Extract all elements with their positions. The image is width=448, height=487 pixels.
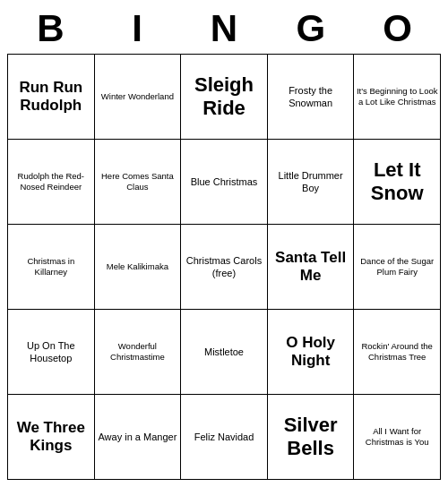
bingo-cell-text: Rudolph the Red-Nosed Reindeer <box>10 171 92 193</box>
bingo-letter: O <box>358 7 437 50</box>
bingo-cell: Let It Snow <box>354 140 441 225</box>
bingo-letter: I <box>98 7 177 50</box>
bingo-cell-text: Sleigh Ride <box>183 73 265 121</box>
bingo-cell: Away in a Manger <box>95 395 182 480</box>
bingo-cell-text: Run Run Rudolph <box>10 79 92 115</box>
bingo-cell-text: Away in a Manger <box>98 431 177 443</box>
bingo-cell: Rudolph the Red-Nosed Reindeer <box>8 140 95 225</box>
bingo-cell: We Three Kings <box>8 395 95 480</box>
bingo-cell-text: O Holy Night <box>270 334 352 371</box>
bingo-header: BINGO <box>7 7 441 50</box>
bingo-cell-text: Winter Wonderland <box>101 91 174 102</box>
bingo-cell: Up On The Housetop <box>8 310 95 395</box>
bingo-cell: Silver Bells <box>268 395 355 480</box>
bingo-cell: Mistletoe <box>181 310 268 395</box>
bingo-letter: G <box>271 7 350 50</box>
bingo-cell: Mele Kalikimaka <box>95 225 182 310</box>
bingo-cell-text: Little Drummer Boy <box>270 169 352 195</box>
bingo-letter: B <box>11 7 90 50</box>
bingo-cell: Frosty the Snowman <box>268 55 355 140</box>
bingo-cell: All I Want for Christmas is You <box>354 395 441 480</box>
bingo-cell: Sleigh Ride <box>181 55 268 140</box>
bingo-cell: Run Run Rudolph <box>8 55 95 140</box>
bingo-cell: O Holy Night <box>268 310 355 395</box>
bingo-cell: Christmas Carols (free) <box>181 225 268 310</box>
bingo-cell: Winter Wonderland <box>95 55 182 140</box>
bingo-cell-text: Christmas in Killarney <box>10 256 92 278</box>
bingo-cell: Feliz Navidad <box>181 395 268 480</box>
bingo-grid: Run Run RudolphWinter WonderlandSleigh R… <box>7 54 441 480</box>
bingo-cell-text: Here Comes Santa Claus <box>97 171 179 193</box>
bingo-cell: It's Beginning to Look a Lot Like Christ… <box>354 55 441 140</box>
bingo-cell-text: Blue Christmas <box>191 175 258 188</box>
bingo-cell-text: Santa Tell Me <box>270 249 352 286</box>
bingo-cell-text: Mele Kalikimaka <box>107 261 168 272</box>
bingo-cell-text: Up On The Housetop <box>10 339 92 365</box>
bingo-cell: Dance of the Sugar Plum Fairy <box>354 225 441 310</box>
bingo-cell-text: Silver Bells <box>270 414 352 461</box>
bingo-cell: Rockin' Around the Christmas Tree <box>354 310 441 395</box>
bingo-cell-text: Wonderful Christmastime <box>97 341 179 363</box>
bingo-letter: N <box>185 7 263 50</box>
bingo-cell: Wonderful Christmastime <box>95 310 182 395</box>
bingo-cell-text: We Three Kings <box>10 419 92 456</box>
bingo-cell-text: Mistletoe <box>204 346 244 358</box>
bingo-cell: Blue Christmas <box>181 140 268 225</box>
bingo-cell-text: Rockin' Around the Christmas Tree <box>356 341 438 363</box>
bingo-cell-text: Dance of the Sugar Plum Fairy <box>356 256 438 278</box>
bingo-cell-text: Christmas Carols (free) <box>183 254 265 280</box>
bingo-cell-text: Frosty the Snowman <box>270 84 352 110</box>
bingo-cell-text: Feliz Navidad <box>194 431 254 443</box>
bingo-cell: Santa Tell Me <box>268 225 355 310</box>
bingo-cell: Christmas in Killarney <box>8 225 95 310</box>
bingo-cell: Here Comes Santa Claus <box>95 140 182 225</box>
bingo-cell-text: It's Beginning to Look a Lot Like Christ… <box>356 86 438 108</box>
bingo-cell: Little Drummer Boy <box>268 140 355 225</box>
bingo-cell-text: All I Want for Christmas is You <box>356 426 438 449</box>
bingo-cell-text: Let It Snow <box>356 158 438 206</box>
